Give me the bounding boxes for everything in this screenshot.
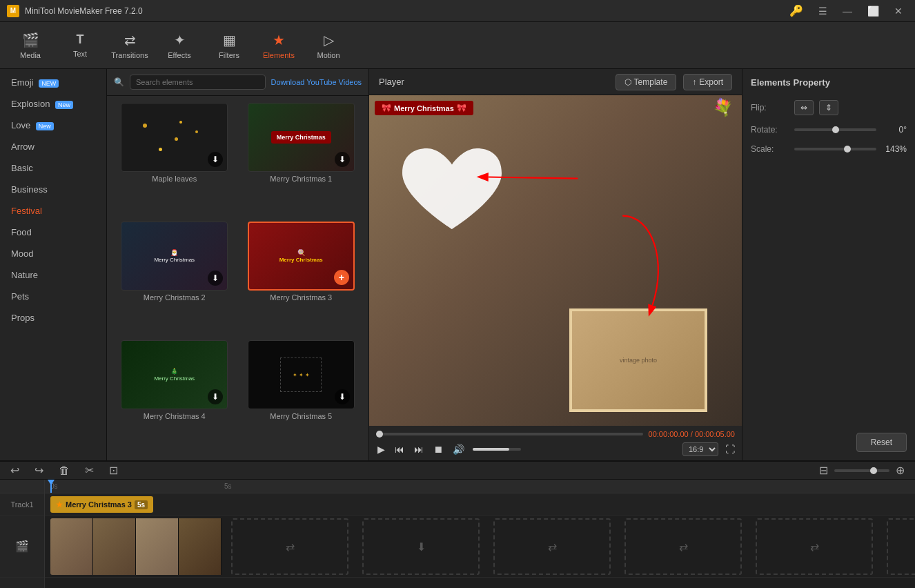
maple-label: Maple leaves bbox=[152, 175, 197, 183]
crop-button[interactable]: ⊡ bbox=[107, 462, 120, 479]
element-xmas4[interactable]: 🎄Merry Christmas ⬇ Merry Christmas 4 bbox=[114, 340, 235, 453]
flip-vertical-button[interactable]: ⇕ bbox=[819, 100, 838, 115]
fullscreen-button[interactable]: ⛶ bbox=[725, 444, 735, 455]
volume-button[interactable]: 🔊 bbox=[451, 442, 466, 456]
toolbar-media[interactable]: 🎬 Media bbox=[7, 26, 54, 65]
zoom-bar[interactable] bbox=[834, 469, 889, 472]
time-display: 00:00:00.00 / 00:00:05.00 bbox=[649, 430, 735, 438]
reset-button[interactable]: Reset bbox=[856, 433, 907, 452]
aspect-ratio-select[interactable]: 16:9 9:16 4:3 1:1 bbox=[682, 442, 718, 456]
video-track-icon: 🎬 bbox=[15, 540, 29, 553]
sidebar-item-business[interactable]: Business bbox=[0, 179, 106, 200]
sidebar-item-arrow[interactable]: Arrow bbox=[0, 136, 106, 157]
rotate-slider[interactable] bbox=[794, 128, 876, 131]
sidebar-item-basic[interactable]: Basic bbox=[0, 157, 106, 179]
toolbar-filters[interactable]: ▦ Filters bbox=[206, 26, 253, 65]
sidebar-item-nature[interactable]: Nature bbox=[0, 264, 106, 286]
zoom-out-button[interactable]: ⊟ bbox=[817, 462, 830, 479]
sidebar-item-mood[interactable]: Mood bbox=[0, 243, 106, 264]
audio-track bbox=[45, 578, 915, 588]
empty-clip-1[interactable]: ⇄ bbox=[231, 518, 348, 575]
total-time: 00:00:05.00 bbox=[695, 430, 735, 438]
scale-slider[interactable] bbox=[794, 148, 876, 150]
toolbar-text[interactable]: T Text bbox=[57, 26, 104, 65]
close-button[interactable]: ✕ bbox=[889, 4, 908, 18]
empty-clip-3[interactable]: ⇄ bbox=[493, 518, 611, 575]
player-title: Player bbox=[379, 77, 404, 87]
main-video-clip[interactable] bbox=[50, 518, 223, 575]
audio-track-label: 🎵 bbox=[0, 578, 44, 588]
sidebar-item-props[interactable]: Props bbox=[0, 307, 106, 329]
xmas4-thumb: 🎄Merry Christmas ⬇ bbox=[121, 340, 228, 409]
toolbar-transitions[interactable]: ⇄ Transitions bbox=[106, 26, 153, 65]
restore-button[interactable]: ⬜ bbox=[862, 4, 885, 18]
empty-clip-4[interactable]: ⇄ bbox=[624, 518, 742, 575]
emoji-badge: NEW bbox=[39, 79, 59, 88]
download-xmas1-btn[interactable]: ⬇ bbox=[335, 152, 350, 167]
xmas5-label: Merry Christmas 5 bbox=[270, 412, 332, 420]
ruler-5s: 5s bbox=[224, 482, 232, 490]
xmas5-thumb: ✦ ✦ ✦ ⬇ bbox=[248, 340, 355, 409]
export-label: Export bbox=[699, 77, 723, 87]
timeline-tracks: 0s 5s ★ Merry Christmas 3 5s bbox=[45, 480, 915, 588]
sidebar-item-food[interactable]: Food bbox=[0, 222, 106, 243]
toolbar: 🎬 Media T Text ⇄ Transitions ✦ Effects ▦… bbox=[0, 22, 915, 69]
flip-horizontal-button[interactable]: ⇔ bbox=[794, 100, 814, 115]
sidebar-item-emoji[interactable]: Emoji NEW bbox=[0, 72, 106, 93]
element-xmas5[interactable]: ✦ ✦ ✦ ⬇ Merry Christmas 5 bbox=[241, 340, 362, 453]
add-xmas3-btn[interactable]: + bbox=[334, 270, 349, 285]
redo-button[interactable]: ↪ bbox=[32, 462, 46, 479]
effects-label: Effects bbox=[168, 51, 190, 59]
motion-icon: ▷ bbox=[324, 32, 334, 48]
prev-frame-button[interactable]: ⏮ bbox=[393, 442, 406, 456]
minimize-button[interactable]: — bbox=[837, 4, 858, 18]
mood-label: Mood bbox=[11, 248, 34, 259]
element-clip[interactable]: ★ Merry Christmas 3 5s bbox=[50, 496, 153, 513]
video-thumb-4 bbox=[179, 518, 222, 575]
progress-bar[interactable] bbox=[376, 433, 643, 435]
clip-label: Merry Christmas 3 bbox=[66, 500, 132, 509]
toolbar-elements[interactable]: ★ Elements bbox=[255, 26, 302, 65]
swap-icon-1: ⇄ bbox=[286, 540, 295, 553]
next-frame-button[interactable]: ⏭ bbox=[413, 442, 425, 456]
element-xmas3[interactable]: 🍭Merry Christmas + Merry Christmas 3 bbox=[241, 222, 362, 335]
sidebar-item-explosion[interactable]: Explosion New bbox=[0, 93, 106, 115]
properties-title: Elements Property bbox=[751, 77, 907, 88]
rotate-slider-thumb bbox=[832, 126, 839, 133]
element-xmas1[interactable]: Merry Christmas ⬇ Merry Christmas 1 bbox=[241, 103, 362, 216]
empty-clip-5[interactable]: ⇄ bbox=[756, 518, 873, 575]
search-icon: 🔍 bbox=[114, 77, 124, 87]
download-youtube-link[interactable]: Download YouTube Videos bbox=[271, 78, 362, 86]
cut-button[interactable]: ✂ bbox=[83, 462, 96, 479]
menu-button[interactable]: ☰ bbox=[813, 4, 833, 18]
track1-icon: Track1 bbox=[10, 500, 33, 509]
element-maple-leaves[interactable]: ⬇ Maple leaves bbox=[114, 103, 235, 216]
stop-button[interactable]: ⏹ bbox=[432, 442, 444, 456]
download-xmas5-btn[interactable]: ⬇ bbox=[335, 389, 350, 404]
volume-bar[interactable] bbox=[473, 448, 521, 451]
video-thumb-2 bbox=[93, 518, 136, 575]
template-button[interactable]: ⬡ Template bbox=[616, 74, 677, 90]
export-icon: ↑ bbox=[692, 77, 696, 87]
toolbar-effects[interactable]: ✦ Effects bbox=[156, 26, 203, 65]
empty-clip-6[interactable]: ⇄ bbox=[887, 518, 915, 575]
play-button[interactable]: ▶ bbox=[376, 442, 386, 456]
sidebar-item-pets[interactable]: Pets bbox=[0, 286, 106, 307]
zoom-thumb bbox=[870, 467, 877, 474]
video-track: ⇄ ⬇ ⇄ ⇄ ⇄ ⇄ bbox=[45, 516, 915, 578]
business-label: Business bbox=[11, 184, 48, 195]
sidebar-item-festival[interactable]: Festival bbox=[0, 200, 106, 222]
swap-icon-4: ⇄ bbox=[810, 540, 819, 553]
playhead[interactable] bbox=[50, 480, 52, 493]
clip-star-icon: ★ bbox=[56, 500, 63, 509]
zoom-in-button[interactable]: ⊕ bbox=[894, 462, 907, 479]
toolbar-motion[interactable]: ▷ Motion bbox=[305, 26, 352, 65]
search-input[interactable] bbox=[130, 75, 266, 90]
delete-button[interactable]: 🗑 bbox=[57, 462, 72, 479]
empty-clip-2[interactable]: ⬇ bbox=[362, 518, 480, 575]
export-button[interactable]: ↑ Export bbox=[683, 74, 732, 90]
sidebar-item-love[interactable]: Love New bbox=[0, 115, 106, 136]
element-xmas2[interactable]: 🎅Merry Christmas ⬇ Merry Christmas 2 bbox=[114, 222, 235, 335]
scale-value: 143% bbox=[882, 144, 907, 154]
undo-button[interactable]: ↩ bbox=[8, 462, 21, 479]
